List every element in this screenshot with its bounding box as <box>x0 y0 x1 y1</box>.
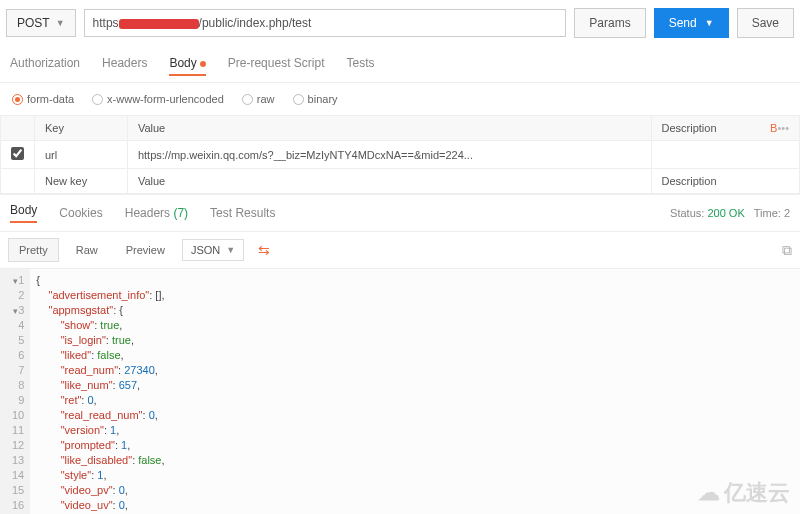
save-button[interactable]: Save <box>737 8 794 38</box>
active-dot-icon <box>200 61 206 67</box>
ph-value[interactable]: Value <box>127 169 651 194</box>
body-type-radios: form-data x-www-form-urlencoded raw bina… <box>0 83 800 115</box>
radio-binary[interactable]: binary <box>293 93 338 105</box>
redacted-bar <box>119 19 199 29</box>
radio-raw[interactable]: raw <box>242 93 275 105</box>
params-table: Key Value Description••• B url https://m… <box>0 115 800 194</box>
copy-icon[interactable]: ⧉ <box>782 242 792 259</box>
col-desc: Description••• B <box>651 116 799 141</box>
url-input[interactable]: https/public/index.php/test <box>84 9 567 37</box>
line-gutter: ▾12▾345678910111213141516171819▾20212223… <box>0 269 30 514</box>
cell-desc[interactable] <box>651 141 799 169</box>
request-tabs: Authorization Headers Body Pre-request S… <box>0 46 800 83</box>
wrap-icon[interactable]: ⇆ <box>258 242 270 258</box>
tab-tests[interactable]: Tests <box>346 52 374 76</box>
response-tabs: Body Cookies Headers (7) Test Results St… <box>0 194 800 232</box>
params-button[interactable]: Params <box>574 8 645 38</box>
chevron-down-icon: ▼ <box>56 18 65 28</box>
col-check <box>1 116 35 141</box>
ph-desc[interactable]: Description <box>651 169 799 194</box>
view-pretty[interactable]: Pretty <box>8 238 59 262</box>
radio-off-icon <box>293 94 304 105</box>
table-row[interactable]: url https://mp.weixin.qq.com/s?__biz=MzI… <box>1 141 800 169</box>
more-icon[interactable]: ••• <box>777 122 789 134</box>
status-bar: Status: 200 OK Time: 2 <box>670 207 790 219</box>
radio-urlencoded[interactable]: x-www-form-urlencoded <box>92 93 224 105</box>
response-body: ▾12▾345678910111213141516171819▾20212223… <box>0 269 800 514</box>
radio-form-data[interactable]: form-data <box>12 93 74 105</box>
tab-body[interactable]: Body <box>169 52 205 76</box>
radio-off-icon <box>242 94 253 105</box>
col-key: Key <box>35 116 128 141</box>
tab-authorization[interactable]: Authorization <box>10 52 80 76</box>
watermark: ☁ 亿速云 <box>698 478 790 508</box>
chevron-down-icon: ▼ <box>226 245 235 255</box>
cloud-icon: ☁ <box>698 480 720 506</box>
ph-key[interactable]: New key <box>35 169 128 194</box>
view-raw[interactable]: Raw <box>65 238 109 262</box>
resp-tab-headers[interactable]: Headers (7) <box>125 206 188 220</box>
radio-off-icon <box>92 94 103 105</box>
bulk-edit[interactable]: B <box>770 122 777 134</box>
resp-tab-tests[interactable]: Test Results <box>210 206 275 220</box>
send-button[interactable]: Send ▼ <box>654 8 729 38</box>
radio-on-icon <box>12 94 23 105</box>
tab-headers[interactable]: Headers <box>102 52 147 76</box>
view-bar: Pretty Raw Preview JSON▼ ⇆ ⧉ <box>0 232 800 269</box>
row-checkbox[interactable] <box>11 147 24 160</box>
chevron-down-icon: ▼ <box>705 18 714 28</box>
tab-prerequest[interactable]: Pre-request Script <box>228 52 325 76</box>
resp-tab-cookies[interactable]: Cookies <box>59 206 102 220</box>
view-preview[interactable]: Preview <box>115 238 176 262</box>
cell-value[interactable]: https://mp.weixin.qq.com/s?__biz=MzIyNTY… <box>127 141 651 169</box>
table-row-new[interactable]: New key Value Description <box>1 169 800 194</box>
cell-key[interactable]: url <box>35 141 128 169</box>
resp-tab-body[interactable]: Body <box>10 203 37 223</box>
request-bar: POST ▼ https/public/index.php/test Param… <box>0 0 800 46</box>
col-value: Value <box>127 116 651 141</box>
method-label: POST <box>17 16 50 30</box>
json-code[interactable]: { "advertisement_info": [], "appmsgstat"… <box>30 269 191 514</box>
format-dropdown[interactable]: JSON▼ <box>182 239 244 261</box>
method-dropdown[interactable]: POST ▼ <box>6 9 76 37</box>
